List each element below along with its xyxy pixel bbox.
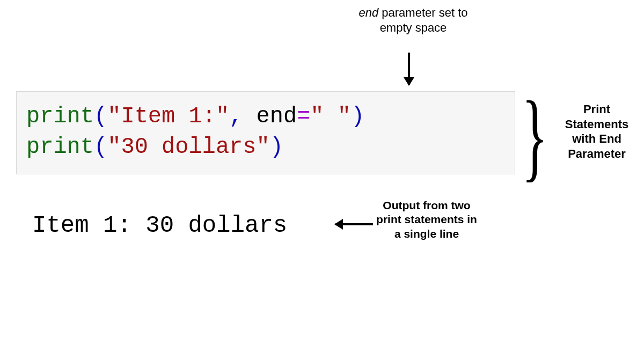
code-block: print("Item 1:", end=" ") print("30 doll… [16, 91, 515, 174]
token-print: print [26, 134, 94, 160]
output-text: Item 1: 30 dollars [32, 212, 287, 239]
token-open-paren: ( [94, 104, 107, 129]
arrow-left-icon [335, 223, 373, 225]
code-line-1: print("Item 1:", end=" ") [26, 104, 364, 129]
token-equals: = [297, 104, 310, 129]
token-close-paren: ) [270, 134, 283, 160]
code-line-2: print("30 dollars") [26, 134, 283, 160]
annotation-end-parameter: end parameter set to empty space [343, 5, 483, 35]
token-string-space: " " [310, 104, 351, 129]
annotation-print-statements: Print Statements with End Parameter [554, 102, 640, 161]
token-end-kw: end [257, 104, 297, 129]
arrow-down-icon [408, 53, 410, 85]
annotation-output: Output from two print statements in a si… [376, 199, 478, 241]
annotation-end-rest: parameter set to empty space [378, 6, 467, 34]
token-open-paren: ( [94, 134, 107, 160]
token-string: "30 dollars" [107, 134, 269, 160]
token-string: "Item 1:" [107, 104, 229, 129]
token-print: print [26, 104, 94, 129]
annotation-end-em: end [358, 6, 378, 19]
token-comma: , [229, 104, 256, 129]
curly-brace-icon: } [522, 86, 548, 185]
token-close-paren: ) [351, 104, 364, 129]
diagram-canvas: end parameter set to empty space print("… [0, 0, 644, 338]
